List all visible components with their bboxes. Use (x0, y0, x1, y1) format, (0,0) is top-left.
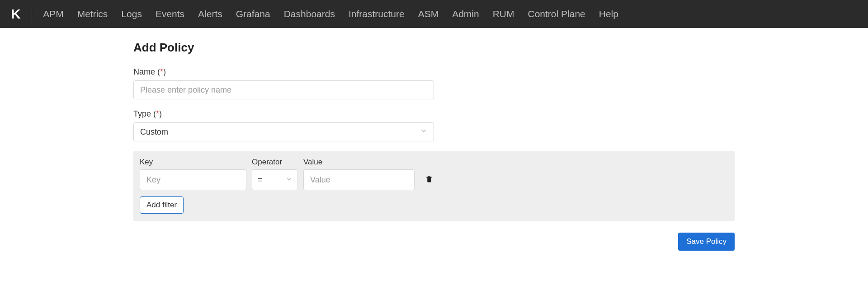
name-paren-close: ) (163, 67, 166, 76)
filter-operator-selected-value: = (258, 175, 263, 185)
nav-item-control-plane[interactable]: Control Plane (528, 9, 585, 19)
filter-value-input[interactable] (303, 169, 415, 190)
chevron-down-icon (286, 175, 292, 185)
nav-item-alerts[interactable]: Alerts (198, 9, 222, 19)
nav-item-metrics[interactable]: Metrics (77, 9, 108, 19)
name-label-wrap: Name (*) (133, 67, 166, 77)
filter-operator-select[interactable]: = (252, 169, 298, 190)
add-filter-button[interactable]: Add filter (140, 196, 184, 214)
filter-key-input[interactable] (140, 169, 246, 190)
name-label: Name (133, 67, 155, 76)
nav-item-logs[interactable]: Logs (121, 9, 142, 19)
filter-col-key: Key (140, 158, 246, 190)
filter-delete-wrap (425, 169, 433, 190)
page-title: Add Policy (133, 41, 735, 55)
nav-item-dashboards[interactable]: Dashboards (284, 9, 335, 19)
nav-item-help[interactable]: Help (599, 9, 618, 19)
nav-item-grafana[interactable]: Grafana (236, 9, 270, 19)
nav-item-admin[interactable]: Admin (452, 9, 479, 19)
brand-logo[interactable]: K (11, 6, 21, 22)
form-group-type: Type (*) Custom (133, 109, 735, 141)
name-required-mark: * (160, 67, 163, 76)
policy-type-select[interactable]: Custom (133, 122, 434, 141)
form-group-name: Name (*) (133, 67, 735, 99)
content-container: Add Policy Name (*) Type (*) Custom (133, 41, 735, 251)
nav-item-events[interactable]: Events (156, 9, 184, 19)
policy-name-input[interactable] (133, 80, 434, 99)
page-body: Add Policy Name (*) Type (*) Custom (0, 28, 868, 269)
top-nav: K APM Metrics Logs Events Alerts Grafana… (0, 0, 868, 28)
chevron-down-icon (420, 127, 427, 137)
nav-item-asm[interactable]: ASM (418, 9, 439, 19)
type-label-wrap: Type (*) (133, 109, 162, 119)
type-required-mark: * (156, 109, 159, 118)
filter-panel: Key Operator = Value (133, 151, 735, 221)
filter-row: Key Operator = Value (140, 158, 728, 190)
policy-type-selected-value: Custom (140, 127, 168, 137)
filter-col-operator: Operator = (252, 158, 298, 190)
filter-operator-label: Operator (252, 158, 298, 167)
save-policy-button[interactable]: Save Policy (678, 233, 735, 251)
type-label: Type (133, 109, 151, 118)
trash-icon[interactable] (425, 175, 433, 185)
nav-divider (32, 6, 32, 22)
filter-value-label: Value (303, 158, 415, 167)
nav-item-apm[interactable]: APM (43, 9, 64, 19)
filter-key-label: Key (140, 158, 246, 167)
footer-actions: Save Policy (133, 233, 735, 251)
type-paren-close: ) (159, 109, 162, 118)
nav-item-rum[interactable]: RUM (493, 9, 514, 19)
filter-col-value: Value (303, 158, 415, 190)
nav-item-infrastructure[interactable]: Infrastructure (349, 9, 405, 19)
